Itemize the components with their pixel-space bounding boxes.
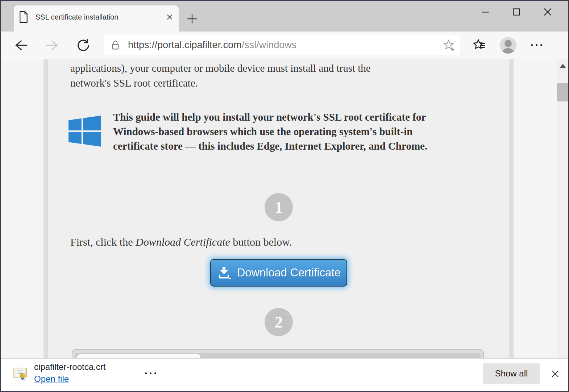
guide-paragraph: This guide will help you install your ne… (113, 110, 427, 153)
open-file-link[interactable]: Open file (34, 373, 69, 385)
download-bar-close-icon[interactable] (548, 367, 562, 381)
show-all-button[interactable]: Show all (483, 363, 540, 384)
step-1-badge: 1 (265, 193, 293, 221)
url-text: https://portal.cipafilter.com/ssl/window… (128, 39, 443, 51)
back-icon[interactable] (11, 35, 31, 55)
add-favorite-star-icon[interactable] (443, 39, 455, 51)
new-tab-icon[interactable] (184, 11, 200, 27)
article-column: applications), your computer or mobile d… (47, 59, 510, 358)
minimize-icon[interactable] (470, 3, 501, 21)
address-bar[interactable]: https://portal.cipafilter.com/ssl/window… (104, 35, 460, 55)
tutorial-screenshot-tabbar: + — ✕ (75, 353, 481, 358)
certificate-file-icon (13, 364, 27, 383)
download-bar-divider (172, 363, 172, 386)
step-2-badge: 2 (265, 308, 293, 336)
page-viewport: applications), your computer or mobile d… (1, 59, 568, 358)
lock-icon (111, 39, 120, 51)
tab-close-icon[interactable] (166, 13, 174, 21)
browser-tab[interactable]: SSL certificate installation (14, 5, 179, 32)
download-certificate-button[interactable]: Download Certificate (210, 259, 347, 287)
step-1-instruction: First, click the Download Certificate bu… (70, 236, 292, 248)
maximize-icon[interactable] (501, 3, 532, 21)
tab-title: SSL certificate installation (36, 13, 166, 21)
download-icon (217, 266, 231, 280)
scroll-up-arrow-icon[interactable] (560, 64, 566, 68)
page-scrollbar[interactable] (557, 59, 568, 358)
download-bar: cipafilter-rootca.crt Open file Show all (1, 358, 568, 391)
navigation-bar: https://portal.cipafilter.com/ssl/window… (1, 32, 568, 59)
profile-avatar[interactable] (498, 35, 518, 55)
download-button-label: Download Certificate (237, 266, 341, 279)
refresh-icon[interactable] (73, 35, 94, 55)
download-filename: cipafilter-rootca.crt (34, 361, 105, 373)
page-icon (18, 11, 29, 23)
tutorial-screenshot: + — ✕ (72, 349, 484, 358)
browser-window: SSL certificate installation (0, 0, 569, 392)
forward-icon[interactable] (42, 35, 62, 55)
tab-strip: SSL certificate installation (1, 1, 568, 32)
scrollbar-thumb[interactable] (557, 83, 568, 101)
close-icon[interactable] (532, 3, 563, 21)
favorites-hub-icon[interactable] (470, 35, 490, 55)
url-path: /ssl/windows (242, 39, 297, 50)
download-options-icon[interactable] (145, 372, 156, 374)
url-host: https://portal.cipafilter.com (128, 39, 242, 50)
windows-logo-icon (68, 116, 101, 147)
settings-menu-icon[interactable] (526, 35, 547, 55)
window-controls (470, 3, 563, 21)
tutorial-screenshot-tab (77, 354, 200, 358)
intro-paragraph: applications), your computer or mobile d… (70, 61, 371, 91)
